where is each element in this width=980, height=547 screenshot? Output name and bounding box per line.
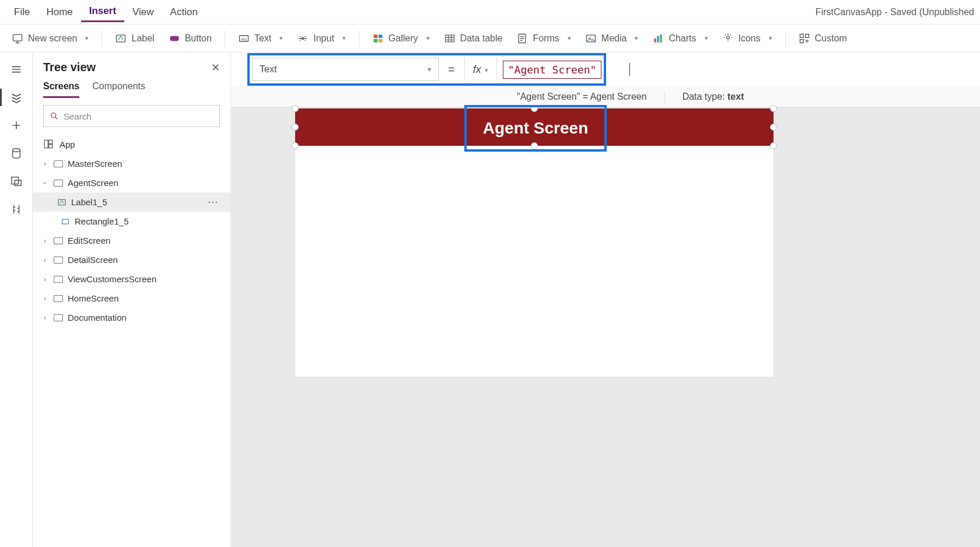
tree-app-label: App [60, 139, 75, 149]
hamburger-icon[interactable] [10, 63, 23, 76]
data-table-label: Data table [460, 33, 503, 44]
label-button[interactable]: Label [108, 30, 161, 47]
top-menu: File Home Insert View Action FirstCanvas… [0, 0, 980, 24]
icons-icon [722, 33, 734, 44]
more-icon[interactable]: ··· [208, 197, 219, 207]
chevron-right-icon[interactable]: › [41, 275, 49, 283]
insert-icon[interactable] [10, 119, 23, 132]
resize-handle[interactable] [770, 105, 777, 112]
custom-icon [799, 33, 810, 44]
chevron-right-icon[interactable]: › [41, 256, 49, 264]
resize-handle[interactable] [292, 105, 299, 112]
tree-node-detailscreen[interactable]: ›DetailScreen [33, 250, 230, 269]
menu-insert[interactable]: Insert [81, 2, 124, 22]
property-select-value: Text [260, 64, 276, 75]
formula-input[interactable] [630, 58, 980, 81]
media-label: Media [601, 33, 627, 44]
resize-handle[interactable] [770, 142, 777, 149]
label-control-selected[interactable]: Agent Screen [464, 105, 607, 152]
property-select[interactable]: Text [252, 58, 439, 81]
text-button[interactable]: Abc Text [231, 30, 290, 47]
charts-button[interactable]: Charts [645, 30, 715, 47]
tab-components[interactable]: Components [92, 81, 145, 98]
app-title: FirstCanvasApp - Saved (Unpublished [816, 7, 974, 17]
data-table-button[interactable]: Data table [437, 30, 510, 47]
chevron-right-icon[interactable]: › [41, 294, 49, 303]
screen-icon [54, 180, 63, 187]
screen-preview[interactable]: Agent Screen [295, 108, 774, 377]
chevron-right-icon[interactable]: › [41, 237, 49, 245]
tree-node-label1-5[interactable]: Label1_5 ··· [33, 192, 230, 212]
menu-view[interactable]: View [124, 3, 162, 22]
search-input[interactable]: Search [43, 105, 220, 127]
new-screen-button[interactable]: New screen [5, 30, 96, 47]
svg-rect-15 [657, 36, 659, 42]
menu-action[interactable]: Action [162, 3, 206, 22]
gallery-icon [372, 33, 384, 44]
separator [225, 30, 225, 47]
menu-file[interactable]: File [6, 3, 38, 22]
media-nav-icon[interactable] [10, 175, 23, 188]
gallery-button[interactable]: Gallery [365, 30, 437, 47]
tree-node-viewcustomersscreen[interactable]: ›ViewCustomersScreen [33, 269, 230, 289]
input-button[interactable]: Input [290, 30, 353, 47]
fx-button[interactable]: fx [464, 58, 497, 81]
svg-rect-14 [654, 38, 656, 43]
tree-node-documentation[interactable]: ›Documentation [33, 308, 230, 327]
resize-handle[interactable] [292, 142, 299, 149]
formula-value-chip: "Agent Screen" [503, 61, 602, 79]
separator [359, 30, 359, 47]
forms-button[interactable]: Forms [509, 30, 578, 47]
app-icon [43, 139, 54, 149]
svg-rect-26 [49, 140, 52, 143]
tree-node-label: MasterScreen [68, 159, 122, 169]
chevron-down-icon[interactable]: › [41, 179, 49, 187]
chevron-right-icon[interactable]: › [41, 314, 49, 322]
svg-rect-2 [170, 36, 178, 40]
input-label: Input [313, 33, 334, 44]
tree-node-label: Rectangle1_5 [75, 216, 129, 226]
button-label: Button [185, 33, 212, 44]
tools-icon[interactable] [10, 203, 23, 216]
menu-home[interactable]: Home [38, 3, 80, 22]
tree-node-masterscreen[interactable]: ›MasterScreen [33, 154, 230, 173]
data-icon[interactable] [10, 147, 23, 160]
svg-rect-10 [445, 35, 454, 42]
label-text: Agent Screen [483, 119, 589, 138]
resize-handle[interactable] [770, 124, 777, 131]
button-button[interactable]: Button [162, 30, 219, 47]
svg-rect-7 [379, 34, 383, 38]
tree-list: ›MasterScreen ›AgentScreen Label1_5 ··· … [33, 154, 230, 547]
svg-point-24 [51, 113, 56, 118]
text-label: Text [254, 33, 271, 44]
tree-node-editscreen[interactable]: ›EditScreen [33, 231, 230, 250]
tree-app-node[interactable]: App [33, 134, 230, 154]
svg-rect-20 [800, 39, 803, 43]
resize-handle[interactable] [292, 124, 299, 131]
canvas[interactable]: Text = fx "Agent Screen" "Agent Screen" … [231, 52, 980, 547]
ribbon: New screen Label Button Abc Text Input G… [0, 24, 980, 52]
tree-view-icon[interactable] [10, 91, 23, 104]
tab-screens[interactable]: Screens [43, 81, 79, 98]
custom-button[interactable]: Custom [792, 30, 854, 47]
formula-bar: Text = fx "Agent Screen" [231, 52, 980, 86]
svg-rect-23 [15, 180, 21, 185]
close-icon[interactable]: ✕ [211, 61, 220, 74]
svg-rect-6 [373, 34, 377, 38]
svg-point-17 [726, 36, 729, 38]
svg-rect-16 [660, 34, 662, 42]
chevron-right-icon[interactable]: › [41, 160, 49, 168]
icons-button[interactable]: Icons [715, 30, 779, 47]
table-icon [444, 33, 456, 44]
input-icon [297, 33, 309, 44]
svg-rect-29 [62, 219, 69, 224]
svg-rect-9 [379, 38, 383, 42]
tree-node-rectangle1-5[interactable]: Rectangle1_5 [33, 212, 230, 231]
tree-node-label: Label1_5 [71, 197, 107, 207]
chart-icon [652, 33, 664, 44]
tree-node-label: DetailScreen [68, 255, 118, 265]
forms-label: Forms [533, 33, 559, 44]
tree-node-agentscreen[interactable]: ›AgentScreen [33, 173, 230, 192]
tree-node-homescreen[interactable]: ›HomeScreen [33, 289, 230, 308]
media-button[interactable]: Media [578, 30, 646, 47]
